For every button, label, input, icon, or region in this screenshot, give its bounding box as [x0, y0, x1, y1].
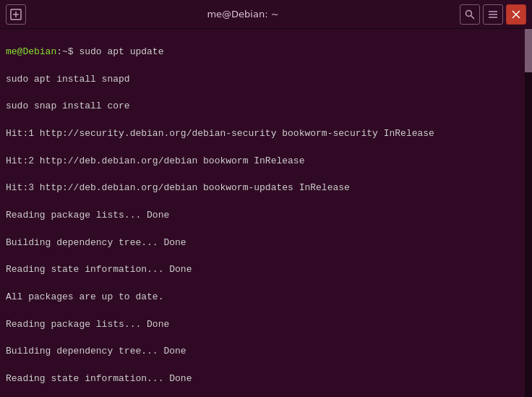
terminal-line-12: Reading state information... Done [6, 372, 526, 386]
scrollbar[interactable] [525, 29, 532, 397]
menu-button[interactable] [483, 4, 503, 25]
prompt-text: me@Debian [6, 46, 56, 57]
terminal-line-9: All packages are up to date. [6, 291, 526, 304]
title-bar-left [6, 4, 26, 25]
title-bar: me@Debian: ~ [0, 0, 532, 29]
prompt-colon: :~$ [56, 46, 79, 57]
title-bar-right [460, 4, 526, 25]
new-tab-icon [10, 9, 22, 20]
search-icon [465, 9, 475, 20]
scrollbar-thumb[interactable] [525, 29, 532, 72]
close-icon [512, 10, 520, 19]
terminal-body[interactable]: me@Debian:~$ sudo apt update sudo apt in… [0, 29, 532, 397]
terminal-line-6: Reading package lists... Done [6, 209, 526, 223]
terminal-line-10: Reading package lists... Done [6, 318, 526, 332]
terminal-line-7: Building dependency tree... Done [6, 236, 526, 250]
new-tab-button[interactable] [6, 4, 26, 25]
svg-line-4 [471, 15, 475, 19]
terminal-output: me@Debian:~$ sudo apt update sudo apt in… [6, 32, 526, 397]
search-button[interactable] [460, 4, 480, 25]
terminal-line-0: me@Debian:~$ sudo apt update [6, 46, 526, 59]
close-button[interactable] [506, 4, 526, 25]
terminal-line-8: Reading state information... Done [6, 263, 526, 277]
hamburger-icon [488, 9, 498, 20]
terminal-line-5: Hit:3 http://deb.debian.org/debian bookw… [6, 182, 526, 195]
terminal-line-3: Hit:1 http://security.debian.org/debian-… [6, 127, 526, 141]
terminal-window: me@Debian: ~ [0, 0, 532, 397]
terminal-line-4: Hit:2 http://deb.debian.org/debian bookw… [6, 155, 526, 168]
terminal-line-1: sudo apt install snapd [6, 73, 526, 87]
window-title: me@Debian: ~ [26, 9, 460, 20]
svg-point-3 [466, 10, 472, 16]
terminal-line-2: sudo snap install core [6, 100, 526, 114]
terminal-line-11: Building dependency tree... Done [6, 345, 526, 359]
